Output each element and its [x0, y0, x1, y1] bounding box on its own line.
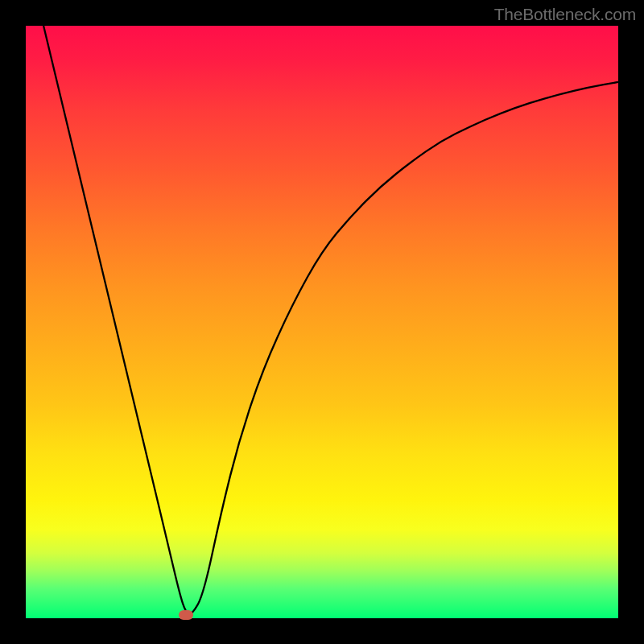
chart-curve: [26, 26, 618, 618]
curve-marker: [179, 610, 193, 620]
curve-line: [43, 26, 618, 614]
watermark-text: TheBottleneck.com: [494, 5, 636, 24]
plot-area: [26, 26, 618, 618]
chart-frame: TheBottleneck.com: [0, 0, 644, 644]
